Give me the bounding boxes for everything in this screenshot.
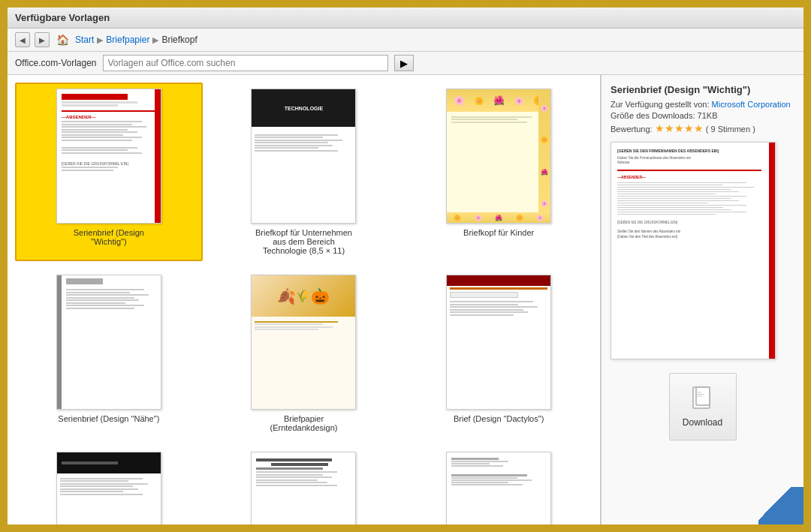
detail-title: Serienbrief (Design "Wichtig") — [611, 84, 794, 95]
download-label: Download — [683, 417, 722, 428]
template-label-ernte: Briefpapier (Erntedankdesign) — [251, 414, 356, 432]
detail-stars: ★★★★★ — [655, 122, 704, 134]
template-item-wichtig[interactable]: —ABSENDER— [GEBEN SIE — [15, 83, 203, 261]
title-bar: Verfügbare Vorlagen — [8, 8, 803, 29]
detail-rating-label: Bewertung: — [611, 125, 653, 134]
detail-provider-label: Zur Verfügung gestellt von: — [611, 100, 709, 109]
template-thumb-ernte: 🍂 🌾 🎃 — [251, 275, 356, 410]
breadcrumb: Start ▶ Briefpapier ▶ Briefkopf — [75, 35, 197, 45]
template-label-wichtig: Serienbrief (Design "Wichtig") — [56, 228, 161, 246]
forward-button[interactable]: ▶ — [35, 32, 50, 47]
download-button[interactable]: Download — [669, 373, 737, 440]
template-thumb-wichtig: —ABSENDER— [GEBEN SIE — [56, 89, 161, 224]
search-bar: Office.com-Vorlagen ▶ — [8, 52, 803, 75]
search-input[interactable] — [103, 55, 388, 71]
detail-panel: Serienbrief (Design "Wichtig") Zur Verfü… — [601, 75, 803, 524]
template-item-technologie[interactable]: TECHNOLOGIE Briefkopf für Unternehm — [210, 83, 398, 261]
breadcrumb-start[interactable]: Start — [75, 35, 94, 45]
template-item-nahe[interactable]: Serienbrief (Design "Nähe") — [15, 269, 203, 438]
template-item-dactylos[interactable]: Brief (Design "Dactylos") — [405, 269, 592, 438]
template-thumb-technologie: TECHNOLOGIE — [251, 89, 356, 224]
detail-size-value: 71KB — [698, 111, 718, 120]
template-item-umschlag[interactable]: Briefkopf und Umschlag — [405, 446, 592, 524]
detail-provider-row: Zur Verfügung gestellt von: Microsoft Co… — [611, 100, 794, 109]
detail-provider-link[interactable]: Microsoft Corporation — [712, 100, 791, 109]
window-title: Verfügbare Vorlagen — [15, 12, 110, 23]
search-go-icon: ▶ — [400, 58, 408, 69]
template-label-technologie: Briefkopf für Unternehmen aus dem Bereic… — [251, 228, 356, 255]
template-thumb-kinder: 🌸 🌼 🌺 🌸 🌼 🌸 � — [446, 89, 551, 224]
template-label-nahe: Serienbrief (Design "Nähe") — [58, 414, 159, 423]
main-window: Verfügbare Vorlagen ◀ ▶ 🏠 Start ▶ Briefp… — [6, 6, 805, 526]
detail-votes: ( 9 Stimmen ) — [706, 125, 755, 134]
template-label-dactylos: Brief (Design "Dactylos") — [454, 414, 544, 423]
template-item-schwarz[interactable]: Serienbrief (Design "Schwarzes Band") — [15, 446, 203, 524]
detail-size-label: Größe des Downloads: — [611, 111, 695, 120]
download-icon — [692, 386, 713, 414]
template-label-kinder: Briefkopf für Kinder — [463, 228, 534, 237]
template-thumb-stufe — [251, 452, 356, 524]
templates-grid: —ABSENDER— [GEBEN SIE — [15, 83, 592, 524]
back-button[interactable]: ◀ — [15, 32, 30, 47]
breadcrumb-briefpapier[interactable]: Briefpapier — [106, 35, 149, 45]
templates-panel: —ABSENDER— [GEBEN SIE — [8, 75, 601, 524]
search-label: Office.com-Vorlagen — [15, 58, 97, 68]
template-thumb-nahe — [56, 275, 161, 410]
detail-rating-row: Bewertung: ★★★★★ ( 9 Stimmen ) — [611, 122, 794, 134]
template-item-kinder[interactable]: 🌸 🌼 🌺 🌸 🌼 🌸 � — [405, 83, 592, 261]
breadcrumb-briefkopf: Briefkopf — [161, 35, 197, 45]
template-thumb-schwarz — [56, 452, 161, 524]
template-item-ernte[interactable]: 🍂 🌾 🎃 Briefpapier (Erntedankdesign) — [210, 269, 398, 438]
detail-preview: [GEBEN SIE DEN FIRMENNAMEN DES ABSENDERS… — [611, 142, 776, 359]
search-go-button[interactable]: ▶ — [394, 55, 414, 71]
home-button[interactable]: 🏠 — [54, 32, 71, 48]
nav-bar: ◀ ▶ 🏠 Start ▶ Briefpapier ▶ Briefkopf — [8, 29, 803, 52]
template-item-stufe[interactable]: Briefkopf (mit Stufe) — [210, 446, 398, 524]
detail-size-row: Größe des Downloads: 71KB — [611, 111, 794, 120]
template-thumb-dactylos — [446, 275, 551, 410]
template-thumb-umschlag — [446, 452, 551, 524]
main-area: —ABSENDER— [GEBEN SIE — [8, 75, 803, 524]
